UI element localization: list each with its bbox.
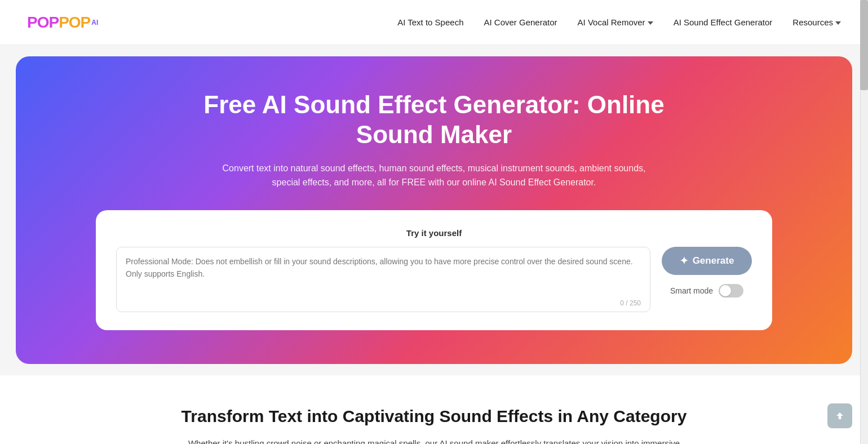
right-controls: ✦ Generate Smart mode: [662, 247, 752, 298]
nav-link-ai-vocal-remover[interactable]: AI Vocal Remover: [578, 17, 653, 27]
toggle-thumb: [720, 285, 731, 296]
scrollbar-track[interactable]: [860, 0, 868, 444]
input-row: 0 / 250 ✦ Generate Smart mode: [116, 247, 752, 312]
generate-button[interactable]: ✦ Generate: [662, 247, 752, 275]
nav-item-ai-cover-generator[interactable]: AI Cover Generator: [484, 17, 557, 28]
chevron-down-icon-resources: [835, 21, 841, 25]
chevron-down-icon: [648, 21, 653, 25]
nav-link-ai-sound-effect-generator[interactable]: AI Sound Effect Generator: [674, 17, 773, 27]
nav-links: AI Text to Speech AI Cover Generator AI …: [397, 17, 841, 28]
scroll-up-button[interactable]: [827, 403, 852, 428]
section-title: Transform Text into Captivating Sound Ef…: [27, 407, 841, 426]
nav-item-resources[interactable]: Resources: [792, 17, 841, 27]
sound-description-input[interactable]: [126, 255, 641, 295]
nav-item-ai-vocal-remover[interactable]: AI Vocal Remover: [578, 17, 653, 27]
smart-mode-toggle[interactable]: [719, 284, 743, 298]
section-text: Whether it's bustling crowd noise or enc…: [180, 436, 688, 444]
card-label: Try it yourself: [116, 228, 752, 238]
generate-button-label: Generate: [693, 255, 734, 267]
logo-pop1: POP: [27, 14, 59, 32]
nav-item-ai-sound-effect-generator[interactable]: AI Sound Effect Generator: [674, 17, 773, 28]
textarea-wrap: 0 / 250: [116, 247, 650, 312]
sparkle-icon: ✦: [680, 255, 688, 267]
hero-subtitle: Convert text into natural sound effects,…: [214, 161, 654, 190]
nav-link-resources[interactable]: Resources: [792, 17, 841, 27]
char-count: 0 / 250: [126, 299, 641, 307]
features-section: Transform Text into Captivating Sound Ef…: [0, 375, 868, 444]
nav-item-ai-text-to-speech[interactable]: AI Text to Speech: [397, 17, 463, 28]
arrow-up-icon: [835, 411, 845, 421]
nav-link-ai-cover-generator[interactable]: AI Cover Generator: [484, 17, 557, 27]
logo[interactable]: POP POP AI: [27, 14, 98, 32]
scrollbar-thumb[interactable]: [860, 0, 868, 90]
nav-link-ai-text-to-speech[interactable]: AI Text to Speech: [397, 17, 463, 27]
hero-section: Free AI Sound Effect Generator: Online S…: [16, 56, 852, 364]
smart-mode-label: Smart mode: [670, 286, 713, 295]
hero-title: Free AI Sound Effect Generator: Online S…: [180, 90, 688, 150]
navbar: POP POP AI AI Text to Speech AI Cover Ge…: [0, 0, 868, 45]
logo-ai-badge: AI: [91, 19, 98, 26]
logo-pop2: POP: [59, 14, 90, 32]
generator-card: Try it yourself 0 / 250 ✦ Generate Smart…: [96, 210, 772, 330]
smart-mode-row: Smart mode: [670, 284, 743, 298]
